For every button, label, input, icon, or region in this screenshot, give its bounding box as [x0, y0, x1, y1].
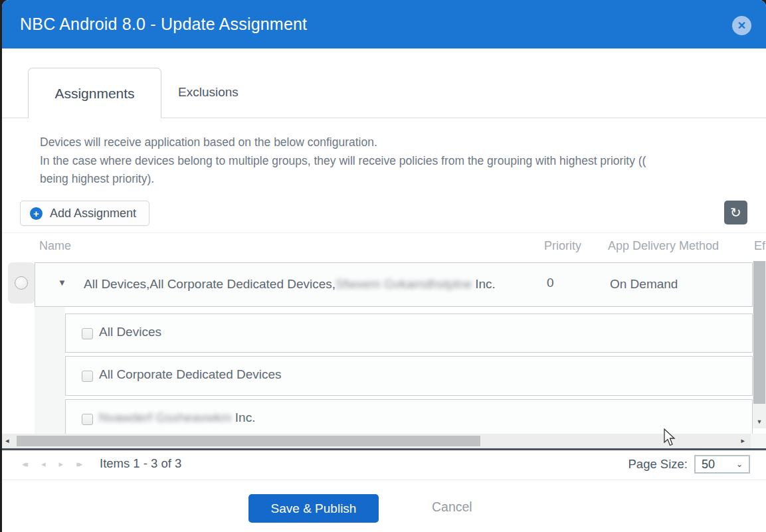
checkbox-all-devices[interactable]: [82, 328, 93, 339]
checkbox-company-inc[interactable]: [82, 414, 93, 425]
row-radio-button[interactable]: [15, 276, 28, 290]
close-icon: ✕: [737, 21, 746, 31]
cancel-label: Cancel: [432, 499, 472, 514]
tab-strip: Assignments Exclusions: [2, 48, 766, 118]
child-row-indent-strip: [35, 307, 65, 434]
description-line-3: being highest priority).: [40, 170, 764, 189]
child-row-all-devices[interactable]: All Devices: [65, 313, 753, 353]
child-row-label: Nvawderf Gsxheavwkm Inc.: [99, 410, 255, 425]
dialog-titlebar: NBC Android 8.0 - Update Assignment: [2, 0, 766, 48]
child-row-all-corporate-dedicated-devices[interactable]: All Corporate Dedicated Devices: [65, 356, 753, 396]
items-count-text: Items 1 - 3 of 3: [100, 456, 181, 471]
pager-next-icon[interactable]: ▸: [59, 459, 64, 469]
column-header-app-delivery-method: App Delivery Method: [608, 239, 719, 253]
priority-cell: 0: [547, 276, 554, 290]
description-text: Devices will receive application based o…: [40, 133, 764, 189]
footer-divider: [2, 480, 766, 480]
horizontal-scrollbar-thumb[interactable]: [17, 436, 480, 446]
refresh-button[interactable]: ↻: [724, 201, 747, 224]
tab-exclusions[interactable]: Exclusions: [178, 85, 239, 100]
tab-assignments-label: Assignments: [54, 86, 134, 102]
toolbar-divider: [2, 232, 766, 233]
pager-prev-icon[interactable]: ◂: [41, 459, 46, 469]
save-and-publish-button[interactable]: Save & Publish: [248, 494, 379, 523]
assignment-name-prefix: All Devices,All Corporate Dedicated Devi…: [84, 277, 335, 292]
refresh-icon: ↻: [730, 205, 741, 221]
close-button[interactable]: ✕: [732, 16, 751, 35]
page-size-label: Page Size:: [628, 457, 688, 472]
vertical-scrollbar-thumb[interactable]: [753, 261, 765, 404]
plus-icon: +: [30, 207, 43, 220]
scroll-down-arrow-icon[interactable]: ▼: [753, 418, 766, 425]
pager-last-icon[interactable]: ▸▸: [76, 459, 82, 469]
tab-assignments[interactable]: Assignments: [28, 68, 161, 118]
save-and-publish-label: Save & Publish: [271, 501, 357, 516]
row-select-cell: [8, 262, 35, 304]
child-row-label: All Devices: [99, 325, 161, 339]
vertical-scrollbar[interactable]: ▼: [753, 261, 766, 428]
column-header-effective-clipped: Ef: [754, 239, 765, 253]
update-assignment-dialog: NBC Android 8.0 - Update Assignment ✕ As…: [2, 0, 766, 532]
assignment-group-row[interactable]: ▼ All Devices,All Corporate Dedicated De…: [35, 262, 753, 307]
column-header-name: Name: [39, 239, 71, 253]
scroll-right-arrow-icon[interactable]: ▸: [741, 436, 745, 445]
assignment-name-redacted: Sfwxem Gvkamdhstplne: [335, 277, 472, 292]
app-delivery-method-cell: On Demand: [610, 277, 678, 292]
checkbox-all-corporate-dedicated-devices[interactable]: [82, 371, 93, 382]
pager-controls: ◂◂ ◂ ▸ ▸▸: [22, 459, 82, 469]
scroll-left-arrow-icon[interactable]: ◂: [5, 436, 9, 445]
horizontal-scrollbar[interactable]: ◂ ▸: [2, 434, 751, 448]
dialog-title: NBC Android 8.0 - Update Assignment: [20, 15, 307, 34]
description-line-1: Devices will receive application based o…: [40, 133, 764, 152]
page-size-value: 50: [702, 458, 715, 472]
add-assignment-label: Add Assignment: [50, 207, 136, 221]
add-assignment-button[interactable]: + Add Assignment: [20, 201, 149, 226]
scrollbar-corner: [751, 434, 766, 448]
description-line-2: In the case where devices belong to mult…: [40, 152, 764, 171]
pagination-bar: ◂◂ ◂ ▸ ▸▸ Items 1 - 3 of 3 Page Size: 50…: [2, 450, 766, 480]
column-header-priority: Priority: [544, 239, 581, 253]
child-row-redacted-text: Nvawderf Gsxheavwkm: [99, 410, 232, 425]
child-row-company-inc[interactable]: Nvawderf Gsxheavwkm Inc.: [65, 399, 753, 439]
pager-first-icon[interactable]: ◂◂: [22, 459, 28, 469]
collapse-caret-icon[interactable]: ▼: [58, 278, 66, 288]
assignment-name-cell: All Devices,All Corporate Dedicated Devi…: [84, 277, 496, 292]
tab-exclusions-label: Exclusions: [178, 85, 239, 99]
child-row-label-suffix: Inc.: [232, 410, 256, 425]
page-size-select[interactable]: 50 ⌄: [694, 455, 750, 474]
assignment-name-suffix: Inc.: [472, 277, 496, 292]
cancel-button[interactable]: Cancel: [432, 499, 472, 515]
child-row-label: All Corporate Dedicated Devices: [99, 367, 282, 382]
chevron-down-icon: ⌄: [736, 460, 743, 469]
